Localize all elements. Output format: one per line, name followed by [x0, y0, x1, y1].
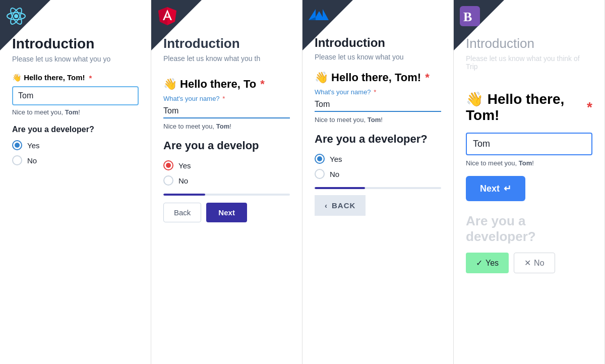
bootstrap-icon: B: [460, 6, 480, 26]
panel2-title: Introduction: [163, 36, 290, 51]
panel2-progress-fill: [163, 194, 205, 196]
panel4-name-input[interactable]: [466, 133, 592, 155]
panel1-name-input[interactable]: [12, 86, 139, 105]
panel1-radio-no[interactable]: No: [12, 155, 139, 165]
panel3-progress-container: [315, 187, 441, 189]
panel4-no-button[interactable]: ✕ No: [514, 253, 555, 273]
panel4-subtitle: Please let us know what you think of Tri…: [466, 54, 592, 71]
panel1-radio-group: Yes No: [12, 140, 139, 165]
panel3-no-circle: [315, 169, 325, 179]
panel3-hello: 👋 Hello there, Tom!*: [315, 71, 441, 84]
panel2-radio-yes[interactable]: Yes: [163, 160, 290, 170]
panel4-choice-buttons: ✓ Yes ✕ No: [466, 253, 592, 273]
panel3-name-label: What's your name? *: [315, 88, 441, 96]
svg-marker-8: [309, 9, 329, 20]
panel-mui: Introduction Please let us know what you…: [302, 0, 454, 364]
return-icon: ↵: [504, 183, 511, 194]
mui-icon: [309, 6, 329, 26]
panel3-title: Introduction: [315, 36, 441, 50]
panel2-radio-group: Yes No: [163, 160, 290, 186]
panel1-dev-question: Are you a developer?: [12, 125, 139, 134]
panel3-progress-bar: [315, 187, 441, 189]
panel2-name-input[interactable]: [163, 104, 290, 118]
panel2-radio-no[interactable]: No: [163, 175, 290, 186]
panel1-nice-to-meet: Nice to meet you, Tom!: [12, 108, 139, 116]
panel4-dev-question: Are you a developer?: [466, 213, 592, 245]
panel3-dev-question: Are you a developer?: [315, 133, 441, 146]
panel2-progress-bar: [163, 194, 290, 196]
panel2-name-label: What's your name? *: [163, 95, 290, 102]
panel2-no-circle: [163, 175, 173, 186]
panel4-yes-button[interactable]: ✓ Yes: [466, 253, 509, 273]
panel2-dev-question: Are you a develop: [163, 139, 290, 152]
chevron-left-icon: ‹: [325, 201, 328, 210]
panel1-yes-circle: [12, 140, 22, 150]
panel2-progress-container: [163, 194, 290, 196]
svg-text:B: B: [463, 10, 472, 24]
panel4-next-button[interactable]: Next ↵: [466, 176, 525, 201]
panel4-title: Introduction: [466, 36, 592, 51]
panel1-radio-yes[interactable]: Yes: [12, 140, 139, 150]
panel2-back-button[interactable]: Back: [163, 203, 201, 222]
panel2-next-button[interactable]: Next: [206, 203, 247, 222]
panel4-nice-to-meet: Nice to meet you, Tom!: [466, 159, 592, 167]
svg-point-0: [14, 14, 18, 18]
panel2-nice-to-meet: Nice to meet you, Tom!: [163, 123, 290, 130]
panel1-no-circle: [12, 155, 22, 165]
panel-react: Introduction Please let us know what you…: [0, 0, 151, 364]
panel3-subtitle: Please let us know what you: [315, 53, 441, 61]
panel2-nav-buttons: Back Next: [163, 203, 290, 222]
angular-icon: [157, 6, 177, 26]
panel2-yes-circle: [163, 160, 173, 170]
panel3-radio-no[interactable]: No: [315, 169, 441, 179]
panel1-subtitle: Please let us know what you yo: [12, 55, 139, 63]
panel3-nice-to-meet: Nice to meet you, Tom!: [315, 116, 441, 124]
panel2-hello: 👋 Hello there, To*: [163, 78, 290, 91]
panel3-progress-fill: [315, 187, 365, 189]
panel3-radio-group: Yes No: [315, 154, 441, 179]
panel-angular: Introduction Please let us know what you…: [151, 0, 302, 364]
react-icon: [6, 6, 26, 26]
panel3-name-input[interactable]: [315, 98, 441, 112]
panel3-yes-circle: [315, 154, 325, 164]
panel3-radio-yes[interactable]: Yes: [315, 154, 441, 164]
panel4-hello: 👋 Hello there, Tom!*: [466, 91, 592, 124]
panel-bootstrap: B Introduction Please let us know what y…: [454, 0, 605, 364]
panel3-back-button[interactable]: ‹ BACK: [315, 195, 366, 216]
panel1-title: Introduction: [12, 36, 139, 52]
panel1-hello: 👋 Hello there, Tom!*: [12, 73, 139, 82]
panel2-subtitle: Please let us know what you th: [163, 54, 290, 63]
